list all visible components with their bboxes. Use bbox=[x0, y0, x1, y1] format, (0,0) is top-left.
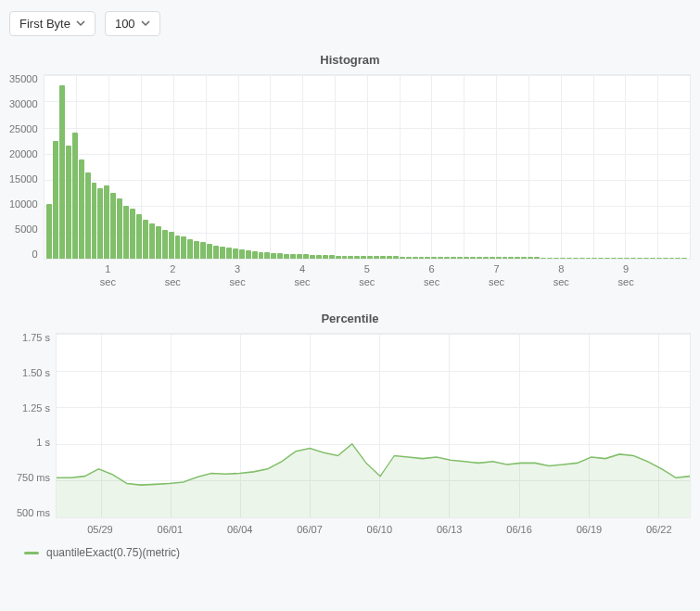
histogram-bar bbox=[72, 133, 78, 259]
bins-select[interactable]: 100 bbox=[105, 11, 160, 36]
x-tick: 4sec bbox=[294, 263, 310, 289]
percentile-chart: Percentile 1.75 s1.50 s1.25 s1 s750 ms50… bbox=[9, 312, 691, 559]
x-tick: 2sec bbox=[165, 263, 181, 289]
histogram-bar bbox=[406, 257, 412, 259]
histogram-bar bbox=[123, 206, 129, 259]
histogram-bar bbox=[521, 257, 527, 259]
histogram-bar bbox=[53, 141, 58, 259]
histogram-bar bbox=[316, 255, 322, 259]
histogram-bar bbox=[348, 256, 353, 259]
histogram-bar bbox=[143, 220, 148, 259]
y-tick: 1.75 s bbox=[9, 333, 50, 343]
histogram-bar bbox=[277, 253, 283, 259]
histogram-bar bbox=[380, 256, 386, 259]
histogram-bar bbox=[490, 257, 495, 259]
histogram-bar bbox=[637, 258, 643, 259]
histogram-bar bbox=[464, 257, 469, 259]
histogram-bar bbox=[669, 258, 675, 259]
histogram-bar bbox=[413, 257, 418, 259]
histogram-bar bbox=[643, 258, 649, 259]
histogram-bar bbox=[310, 255, 315, 259]
histogram-bar bbox=[187, 239, 193, 259]
histogram-bar bbox=[400, 257, 405, 259]
histogram-bar bbox=[573, 258, 579, 259]
histogram-bar bbox=[213, 246, 219, 259]
legend-swatch bbox=[24, 552, 39, 554]
histogram-bar bbox=[297, 254, 302, 259]
histogram-bar bbox=[220, 247, 225, 259]
metric-select[interactable]: First Byte bbox=[9, 11, 95, 36]
histogram-bars bbox=[45, 75, 690, 259]
histogram-bar bbox=[175, 235, 181, 259]
histogram-bar bbox=[586, 258, 592, 259]
x-tick: 3sec bbox=[230, 263, 246, 289]
y-tick: 15000 bbox=[9, 174, 38, 185]
histogram-bar bbox=[226, 248, 232, 259]
histogram-bar bbox=[329, 255, 335, 259]
histogram-bar bbox=[611, 258, 617, 259]
histogram-bar bbox=[457, 257, 463, 259]
percentile-frame: 1.75 s1.50 s1.25 s1 s750 ms500 ms 05/290… bbox=[9, 333, 691, 539]
x-tick: 06/19 bbox=[577, 524, 603, 537]
histogram-bar bbox=[104, 185, 109, 259]
histogram-bar bbox=[503, 257, 508, 259]
histogram-bar bbox=[323, 255, 328, 259]
histogram-bar bbox=[554, 258, 559, 259]
histogram-frame: 35000300002500020000150001000050000 1sec… bbox=[9, 74, 691, 295]
histogram-bar bbox=[483, 257, 489, 259]
histogram-x-axis: 1sec2sec3sec4sec5sec6sec7sec8sec9sec bbox=[44, 263, 691, 295]
histogram-bar bbox=[162, 230, 168, 259]
x-tick: 05/29 bbox=[87, 524, 113, 537]
y-tick: 20000 bbox=[9, 149, 38, 159]
histogram-bar bbox=[200, 242, 206, 259]
histogram-bar bbox=[374, 256, 379, 259]
histogram-bar bbox=[97, 188, 103, 259]
histogram-bar bbox=[650, 258, 655, 259]
histogram-bar bbox=[579, 258, 585, 259]
x-tick: 06/04 bbox=[227, 524, 253, 537]
percentile-y-axis: 1.75 s1.50 s1.25 s1 s750 ms500 ms bbox=[9, 333, 56, 518]
histogram-bar bbox=[290, 254, 296, 259]
histogram-bar bbox=[477, 257, 482, 259]
bins-select-label: 100 bbox=[115, 17, 135, 31]
y-tick: 10000 bbox=[9, 199, 38, 210]
histogram-bar bbox=[508, 257, 514, 259]
histogram-bar bbox=[387, 256, 392, 259]
y-tick: 25000 bbox=[9, 124, 38, 134]
histogram-bar bbox=[592, 258, 597, 259]
x-tick: 7sec bbox=[489, 263, 504, 289]
histogram-bar bbox=[79, 159, 84, 259]
controls-row: First Byte 100 bbox=[9, 9, 691, 44]
histogram-bar bbox=[438, 257, 443, 259]
histogram-bar bbox=[252, 251, 258, 259]
y-tick: 750 ms bbox=[9, 473, 50, 483]
y-tick: 1.25 s bbox=[9, 403, 50, 414]
histogram-bar bbox=[566, 258, 572, 259]
y-tick: 5000 bbox=[9, 224, 38, 235]
histogram-bar bbox=[92, 183, 97, 259]
histogram-bar bbox=[117, 198, 122, 259]
histogram-plot-wrap: 1sec2sec3sec4sec5sec6sec7sec8sec9sec bbox=[44, 74, 691, 295]
x-tick: 06/07 bbox=[297, 524, 323, 537]
histogram-bar bbox=[46, 204, 52, 259]
percentile-area bbox=[57, 444, 690, 517]
histogram-bar bbox=[85, 172, 91, 259]
histogram-bar bbox=[367, 256, 373, 259]
histogram-bar bbox=[130, 209, 135, 259]
percentile-plot bbox=[56, 333, 691, 518]
histogram-bar bbox=[342, 256, 348, 259]
y-tick: 1.50 s bbox=[9, 368, 50, 378]
x-tick: 06/01 bbox=[158, 524, 184, 537]
percentile-plot-wrap: 05/2906/0106/0406/0706/1006/1306/1606/19… bbox=[56, 333, 691, 539]
histogram-bar bbox=[66, 146, 71, 259]
histogram-plot bbox=[44, 74, 691, 260]
percentile-title: Percentile bbox=[9, 312, 691, 325]
histogram-bar bbox=[663, 258, 668, 259]
x-tick: 06/13 bbox=[437, 524, 463, 537]
histogram-bar bbox=[336, 256, 341, 260]
histogram-bar bbox=[303, 254, 309, 259]
page-root: First Byte 100 Histogram 350003000025000… bbox=[0, 0, 700, 611]
histogram-bar bbox=[419, 257, 425, 259]
histogram-bar bbox=[534, 257, 540, 259]
histogram-bar bbox=[630, 258, 636, 259]
